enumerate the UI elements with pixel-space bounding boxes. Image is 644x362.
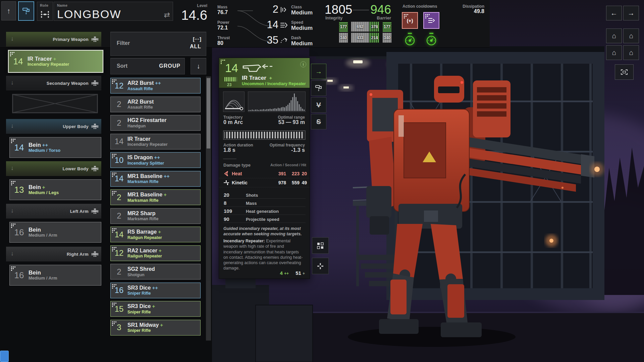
item-type: Sniper Rifle	[127, 310, 200, 314]
class-points: 2	[262, 3, 278, 15]
action-duration-bar	[223, 130, 306, 140]
damage-second-value: 559	[292, 180, 300, 185]
weapon-list-item[interactable]: 2 HG2 Firestarter Handgun	[110, 115, 201, 131]
collapse-icon[interactable]: ↓	[11, 35, 14, 42]
item-grade: +	[160, 322, 163, 328]
filter-dropdown[interactable]: Filter [···] ALL	[110, 32, 206, 56]
collapse-icon[interactable]: ↓	[11, 207, 14, 214]
decal-v-button[interactable]: V	[311, 97, 326, 113]
loadout-grid-button[interactable]	[312, 237, 329, 254]
weapon-list-item[interactable]: 12 AR2 Burst++ Assault Rifle	[110, 78, 201, 94]
slot-header[interactable]: ↓ Primary Weapon	[6, 32, 101, 47]
empty-slot[interactable]	[12, 94, 98, 113]
damage-type-name: Heat	[232, 171, 242, 176]
dash-points: 35	[262, 34, 278, 46]
filter-label: Filter	[117, 40, 130, 46]
cooldown-clock-icon	[404, 35, 416, 47]
item-name: MR1 Baseline	[127, 173, 162, 179]
item-subtitle: Medium / Legs	[29, 190, 101, 195]
item-level: 10	[111, 156, 127, 165]
weapon-list-item[interactable]: 10 IS Dragon++ Incendiary Splitter	[110, 152, 201, 168]
weapon-list-item[interactable]: 2 MR1 Baseline+ Marksman Rifle	[110, 189, 201, 205]
left-arrow-icon: ←	[610, 9, 618, 17]
collapse-icon[interactable]: ↓	[11, 79, 14, 86]
slot-header[interactable]: ↓ Secondary Weapon	[6, 76, 101, 90]
item-type: Marksman Rifle	[127, 179, 200, 184]
cooldown-slot-dash-button[interactable]	[423, 12, 439, 29]
weapon-list-item[interactable]: 14 RS Barrage+ Railgun Repeater	[110, 227, 201, 242]
item-type: Handgun	[127, 124, 200, 128]
equip-weapon-button[interactable]: →	[311, 64, 326, 79]
item-level: 14	[111, 137, 127, 146]
item-grade: +	[158, 229, 161, 235]
weapon-list-item[interactable]: 14 IR Tracer Incendiary Repeater	[110, 134, 201, 149]
slot-label: Upper Body	[63, 124, 89, 129]
mech-part-icon	[91, 123, 99, 129]
nav-forward-button[interactable]: →	[623, 6, 639, 20]
equipped-item-card[interactable]: 13 Bein+ Medium / Legs	[9, 179, 101, 200]
camera-view-4-button[interactable]: ⌂	[623, 45, 639, 60]
item-level: 14	[111, 230, 127, 239]
grid-squares-icon	[317, 242, 324, 249]
integrity-barrier-divider	[353, 10, 369, 10]
legs-integrity-bar: 433	[351, 33, 369, 43]
equipped-item-card[interactable]: 14 Bein++ Medium / Torso	[9, 137, 101, 158]
cooldown-gauge-2	[425, 33, 437, 46]
item-name: AR2 Burst	[127, 80, 154, 86]
nav-back-button[interactable]: ←	[606, 6, 622, 20]
camera-view-3-button[interactable]: ⌂	[606, 45, 622, 60]
slot-header[interactable]: ↓ Upper Body	[6, 119, 101, 134]
weapon-list-item[interactable]: 14 MR1 Baseline++ Marksman Rifle	[110, 171, 201, 187]
slot-header[interactable]: ↓ Right Arm	[6, 247, 101, 261]
equipped-item-card[interactable]: 14 IR Tracer+ Incendiary Repeater	[8, 50, 103, 73]
item-info: SR3 Dice+ Sniper Rifle	[127, 303, 200, 314]
speed-label: Speed	[291, 20, 315, 25]
item-info: AR2 Burst++ Assault Rifle	[127, 80, 200, 91]
equipped-item-card[interactable]: 16 Bein Medium / Arm	[9, 222, 101, 243]
item-type: Sniper Rifle	[127, 291, 200, 296]
weapon-list-item[interactable]: 2 MR2 Sharp Marksman Rifle	[110, 208, 201, 224]
camera-view-2-button[interactable]: ⌂	[623, 28, 639, 43]
item-type: Incendiary Splitter	[127, 161, 200, 166]
weapon-list-item[interactable]: 3 SR1 Midway+ Sniper Rifle	[110, 320, 201, 336]
weapon-list-item[interactable]: 15 SR3 Dice+ Sniper Rifle	[110, 301, 201, 317]
weapon-list-item[interactable]: 2 AR2 Burst Assault Rifle	[110, 97, 201, 112]
item-level: 2	[111, 193, 127, 202]
class-value: Medium	[291, 9, 315, 16]
weapon-list-item[interactable]: 12 RA2 Lancer+ Railgun Repeater	[110, 245, 201, 261]
flavor-text: Guided incendiary repeater, at its most …	[223, 226, 304, 237]
info-icon[interactable]: i	[300, 61, 306, 67]
item-grade: ++	[42, 142, 48, 148]
weapon-list-scrollbar[interactable]	[206, 76, 211, 341]
item-name: MR2 Sharp	[127, 210, 156, 216]
item-type: Incendiary Repeater	[127, 142, 200, 147]
sort-dropdown[interactable]: Sort GROUP	[110, 58, 185, 74]
slot-label: Secondary Weapon	[47, 81, 89, 86]
damage-columns-header: Action / Second / Hit	[270, 163, 306, 167]
decal-s-button[interactable]: S	[311, 114, 326, 129]
paint-weapon-button[interactable]	[311, 80, 326, 96]
item-info: HG2 Firestarter Handgun	[127, 117, 200, 128]
pattern-toggle-button[interactable]	[312, 258, 329, 274]
weapon-list-item[interactable]: 16 SR3 Dice++ Sniper Rifle	[110, 283, 201, 298]
collapse-icon[interactable]: ↓	[11, 122, 14, 129]
camera-view-1-button[interactable]: ⌂	[606, 28, 622, 43]
heat-icon	[223, 170, 230, 177]
collapse-list-button[interactable]: ↓	[191, 58, 206, 74]
section-divider	[223, 159, 236, 159]
item-grade: +	[152, 303, 155, 309]
weapon-list-item[interactable]: 2 SG2 Shred Shotgun	[110, 264, 201, 280]
slot-header[interactable]: ↓ Left Arm	[6, 204, 101, 219]
item-type: Marksman Rifle	[127, 198, 200, 203]
randomize-name-icon[interactable]: ⇄	[164, 11, 170, 19]
notification-tile[interactable]	[0, 351, 9, 362]
collapse-icon[interactable]: ↓	[11, 250, 14, 257]
scrollbar-thumb[interactable]	[207, 78, 210, 148]
class-label: Class	[291, 5, 315, 9]
collapse-icon[interactable]: ↓	[11, 165, 14, 172]
slot-header[interactable]: ↓ Lower Body	[6, 161, 101, 176]
cooldown-slot-heat-button[interactable]: (+)	[402, 12, 418, 29]
detail-rarity-line: Uncommon / Incendiary Repeater	[242, 81, 306, 86]
equipped-item-card[interactable]: 16 Bein Medium / Arm	[9, 265, 101, 286]
expand-view-button[interactable]	[615, 64, 634, 80]
